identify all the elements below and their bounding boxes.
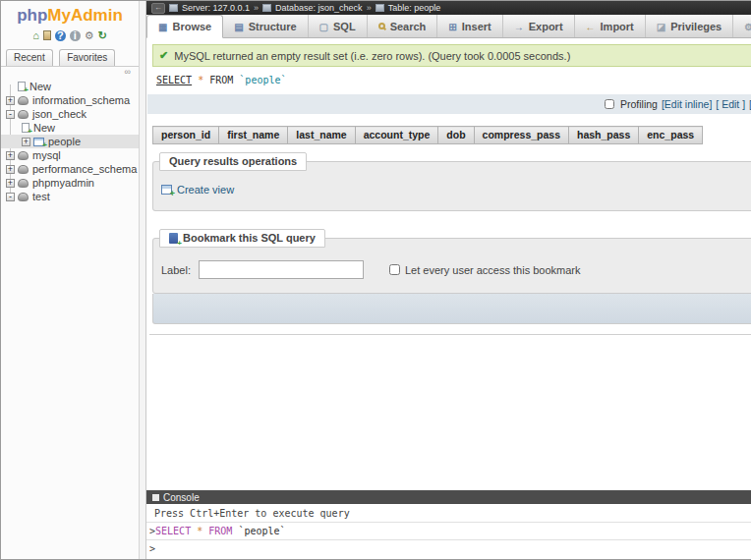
query-results-operations-fieldset: Query results operations Create view xyxy=(152,152,751,211)
query-results-operations-body: Create view xyxy=(153,171,751,210)
column-header[interactable]: account_type xyxy=(355,127,438,144)
tree-item-label: phpmyadmin xyxy=(32,176,94,190)
tree-item-new-table[interactable]: New xyxy=(1,121,139,135)
import-icon xyxy=(586,21,596,32)
operations-icon xyxy=(744,21,751,32)
column-header[interactable]: person_id xyxy=(153,127,219,144)
column-header[interactable]: hash_pass xyxy=(569,127,639,144)
expand-icon[interactable]: + xyxy=(6,96,15,105)
tree-item-information_schema[interactable]: + information_schema xyxy=(1,93,139,107)
refresh-icon[interactable]: ↻ xyxy=(98,30,107,41)
structure-icon xyxy=(234,21,243,32)
logo-php: php xyxy=(17,6,47,25)
tree-item-label: json_check xyxy=(32,107,87,121)
new-item-icon xyxy=(18,82,26,91)
tab-label: Import xyxy=(601,21,634,32)
bookmark-share-label[interactable]: Let every user access this bookmark xyxy=(405,264,581,276)
tree-item-label: New xyxy=(29,80,51,93)
back-icon[interactable]: ← xyxy=(151,3,165,14)
tab-import[interactable]: Import xyxy=(575,15,646,37)
expand-icon[interactable]: + xyxy=(6,165,15,174)
favorite-tables-button[interactable]: Favorites xyxy=(59,49,115,66)
home-icon[interactable]: ⌂ xyxy=(32,30,39,41)
sql-star: * xyxy=(198,75,203,85)
console-history-entry[interactable]: >SELECT * FROM `people` xyxy=(146,523,751,540)
nav-resize-icon[interactable]: ∞ xyxy=(125,68,131,77)
profiling-checkbox[interactable] xyxy=(605,99,614,109)
settings-icon[interactable]: ⚙ xyxy=(85,30,94,41)
tree-item-phpmyadmin[interactable]: + phpmyadmin xyxy=(1,176,139,190)
profiling-bar: Profiling [Edit inline] [ Edit ] [ Expla… xyxy=(147,94,751,114)
database-icon xyxy=(18,193,29,201)
docs-icon[interactable]: i xyxy=(70,30,81,41)
database-icon xyxy=(18,96,29,105)
sql-table-name: `people` xyxy=(239,75,286,85)
bookmark-share-option: Let every user access this bookmark xyxy=(389,264,581,276)
export-icon xyxy=(514,21,524,32)
console-bar: Console Bookmarks Options History Clear xyxy=(146,490,751,504)
help-icon[interactable]: ? xyxy=(55,30,66,41)
create-view-icon xyxy=(161,185,172,195)
column-header[interactable]: dob xyxy=(438,127,474,144)
sql-icon xyxy=(319,21,328,32)
database-icon xyxy=(262,4,271,12)
create-view-link[interactable]: Create view xyxy=(161,184,234,196)
tab-label: Privileges xyxy=(670,21,722,32)
breadcrumb-database[interactable]: Database: json_check xyxy=(275,3,363,13)
tree-item-json_check[interactable]: - json_check xyxy=(1,107,139,121)
tab-structure[interactable]: Structure xyxy=(223,15,308,37)
tab-export[interactable]: Export xyxy=(503,15,575,37)
column-header[interactable]: compress_pass xyxy=(474,127,568,144)
collapse-icon[interactable]: - xyxy=(6,110,15,119)
tab-sql[interactable]: SQL xyxy=(309,15,368,37)
tab-insert[interactable]: Insert xyxy=(437,15,502,37)
console-toggle[interactable]: Console xyxy=(152,492,200,503)
success-message-text: MySQL returned an empty result set (i.e.… xyxy=(174,50,570,62)
tree-item-people[interactable]: + people xyxy=(1,135,139,148)
console-body[interactable]: Press Ctrl+Enter to execute query >SELEC… xyxy=(146,504,751,559)
tab-privileges[interactable]: Privileges xyxy=(646,15,733,37)
tab-label: Search xyxy=(390,21,427,32)
legend-text: Bookmark this SQL query xyxy=(183,232,316,244)
phpmyadmin-logo[interactable]: phpMyAdmin xyxy=(1,1,139,26)
window-icon-row xyxy=(146,335,751,355)
legend-text: Query results operations xyxy=(169,155,297,167)
column-header[interactable]: last_name xyxy=(288,127,355,144)
tree-item-label: performance_schema xyxy=(32,162,137,176)
query-results-page: ✔ MySQL returned an empty result set (i.… xyxy=(146,38,751,559)
collapse-icon[interactable]: - xyxy=(6,193,15,201)
expand-icon[interactable]: + xyxy=(6,151,15,160)
console-input-prompt[interactable]: > xyxy=(146,540,751,557)
sidebar-toolbar: ⌂ ? i ⚙ ↻ xyxy=(1,28,139,42)
breadcrumb-server[interactable]: Server: 127.0.0.1 xyxy=(182,3,250,13)
recent-tables-button[interactable]: Recent xyxy=(6,49,53,66)
tree-item-test[interactable]: - test xyxy=(1,190,139,203)
sql-select-link[interactable]: SELECT xyxy=(156,75,192,85)
logout-icon[interactable] xyxy=(43,30,51,40)
breadcrumb-table[interactable]: Table: people xyxy=(388,3,441,13)
tab-search[interactable]: Search xyxy=(368,15,438,37)
console-sql-table: `people` xyxy=(238,526,285,536)
browse-icon xyxy=(158,21,167,32)
executed-sql-query: SELECT * FROM `people` xyxy=(146,67,751,92)
sidebar-quick-tabs: Recent Favorites xyxy=(6,47,139,66)
panel-resize-handle[interactable] xyxy=(139,1,146,559)
edit-inline-link[interactable]: [Edit inline] xyxy=(662,98,712,110)
expand-icon[interactable]: + xyxy=(22,138,30,146)
tree-item-mysql[interactable]: + mysql xyxy=(1,148,139,162)
results-table: person_id first_name last_name account_t… xyxy=(152,126,703,144)
column-header[interactable]: enc_pass xyxy=(639,127,703,144)
bookmark-share-checkbox[interactable] xyxy=(389,264,400,275)
expand-icon[interactable]: + xyxy=(6,179,15,188)
tab-operations[interactable]: Operations xyxy=(733,15,751,37)
bookmark-label-input[interactable] xyxy=(199,260,364,279)
tree-item-performance_schema[interactable]: + performance_schema xyxy=(1,162,139,176)
profiling-label[interactable]: Profiling xyxy=(620,98,658,110)
console-sql-from: FROM xyxy=(208,526,232,536)
column-header[interactable]: first_name xyxy=(219,127,288,144)
tree-item-new-database[interactable]: New xyxy=(1,80,139,93)
edit-link[interactable]: [ Edit ] xyxy=(716,98,745,110)
sql-from: FROM xyxy=(209,75,233,85)
breadcrumb-separator: » xyxy=(254,3,259,13)
tab-browse[interactable]: Browse xyxy=(146,15,223,38)
